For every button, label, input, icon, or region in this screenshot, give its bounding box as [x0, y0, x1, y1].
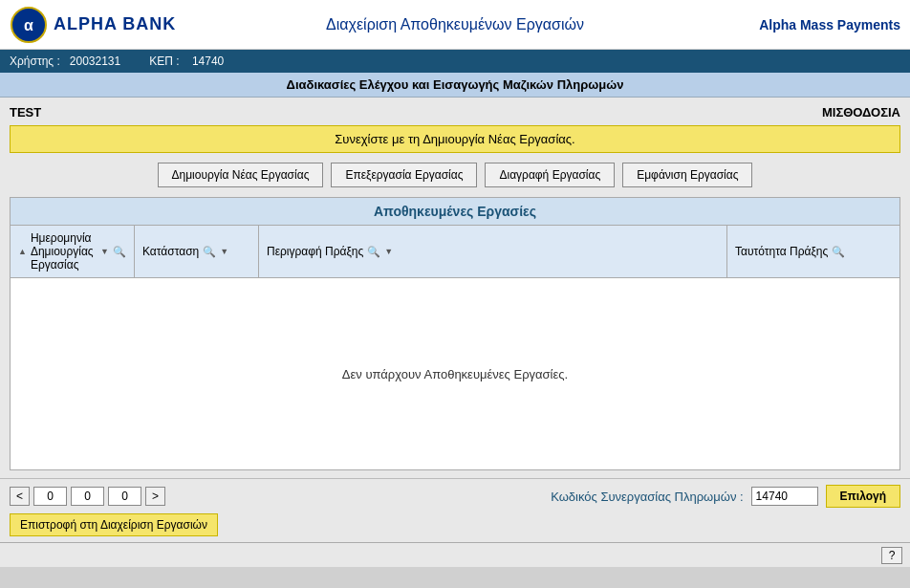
col-desc-text: Περιγραφή Πράξης — [267, 245, 363, 258]
logo-text: ALPHA BANK — [54, 14, 176, 34]
header-right-text: Alpha Mass Payments — [709, 17, 900, 33]
view-button[interactable]: Εμφάνιση Εργασίας — [622, 163, 752, 187]
page-input-3[interactable] — [108, 487, 141, 506]
table-column-headers: ▲ Ημερομηνία Δημιουργίας Εργασίας ▼ 🔍 Κα… — [11, 226, 899, 278]
content-top-row: TEST ΜΙΣΘΟΔΟΣΙΑ — [10, 105, 900, 120]
misthodosia-label: ΜΙΣΘΟΔΟΣΙΑ — [822, 105, 900, 120]
search-icon-status[interactable]: 🔍 — [203, 246, 216, 258]
delete-button[interactable]: Διαγραφή Εργασίας — [485, 163, 615, 187]
alpha-bank-logo-icon: α — [10, 6, 48, 44]
page-input-1[interactable] — [33, 487, 67, 506]
content-area: TEST ΜΙΣΘΟΔΟΣΙΑ Συνεχίστε με τη Δημιουργ… — [0, 98, 910, 478]
col-date-text: Ημερομηνία Δημιουργίας Εργασίας — [31, 231, 97, 272]
action-buttons-row: Δημιουργία Νέας Εργασίας Επεξεργασία Εργ… — [10, 163, 900, 187]
sort-icon-date-desc[interactable]: ▼ — [100, 247, 109, 256]
header-title: Διαχείριση Αποθηκευμένων Εργασιών — [201, 16, 709, 33]
notification-bar: Συνεχίστε με τη Δημιουργία Νέας Εργασίας… — [10, 125, 900, 153]
page-header: α ALPHA BANK Διαχείριση Αποθηκευμένων Ερ… — [0, 0, 910, 50]
test-label: TEST — [10, 105, 41, 120]
table-section: Αποθηκευμένες Εργασίες ▲ Ημερομηνία Δημι… — [10, 197, 900, 470]
search-icon-date[interactable]: 🔍 — [113, 246, 126, 258]
bottom-bar: ? — [0, 542, 910, 567]
kep-section: Κωδικός Συνεργασίας Πληρωμών : Επιλογή — [551, 485, 900, 508]
title-bar: Διαδικασίες Ελέγχου και Εισαγωγής Μαζικώ… — [0, 73, 910, 98]
back-button[interactable]: Επιστροφή στη Διαχείριση Εργασιών — [10, 513, 218, 536]
svg-text:α: α — [24, 17, 33, 33]
col-status-text: Κατάσταση — [142, 245, 199, 258]
logo-area: α ALPHA BANK — [10, 6, 201, 44]
page-next-button[interactable]: > — [145, 487, 165, 506]
kep-footer-label: Κωδικός Συνεργασίας Πληρωμών : — [551, 490, 743, 504]
table-body: Δεν υπάρχουν Αποθηκευμένες Εργασίες. — [11, 278, 899, 469]
kep-nav-label: ΚΕΠ : 14740 — [149, 54, 224, 68]
page-prev-button[interactable]: < — [10, 487, 30, 506]
back-button-row: Επιστροφή στη Διαχείριση Εργασιών — [10, 513, 900, 536]
kep-footer-input[interactable] — [751, 487, 818, 506]
pagination: < > — [10, 487, 165, 506]
footer: < > Κωδικός Συνεργασίας Πληρωμών : Επιλο… — [0, 478, 910, 542]
col-id-text: Ταυτότητα Πράξης — [735, 245, 828, 258]
create-button[interactable]: Δημιουργία Νέας Εργασίας — [158, 163, 324, 187]
sort-icon-status[interactable]: ▼ — [220, 247, 228, 256]
kep-nav-value: 14740 — [192, 54, 224, 68]
table-title: Αποθηκευμένες Εργασίες — [11, 198, 899, 226]
sort-icon-desc[interactable]: ▼ — [384, 247, 393, 256]
nav-bar: Χρήστης : 20032131 ΚΕΠ : 14740 — [0, 50, 910, 73]
page-input-2[interactable] — [71, 487, 104, 506]
user-value: 20032131 — [70, 54, 120, 68]
user-label: Χρήστης : 20032131 — [10, 54, 120, 68]
col-header-date: ▲ Ημερομηνία Δημιουργίας Εργασίας ▼ 🔍 — [11, 226, 135, 277]
col-header-status: Κατάσταση 🔍 ▼ — [135, 226, 259, 277]
footer-row1: < > Κωδικός Συνεργασίας Πληρωμών : Επιλο… — [10, 485, 900, 508]
epilogi-button[interactable]: Επιλογή — [826, 485, 900, 508]
col-header-id: Ταυτότητα Πράξης 🔍 — [727, 226, 899, 277]
sort-icon-date-asc[interactable]: ▲ — [18, 247, 27, 256]
empty-message: Δεν υπάρχουν Αποθηκευμένες Εργασίες. — [342, 367, 568, 381]
col-header-desc: Περιγραφή Πράξης 🔍 ▼ — [259, 226, 727, 277]
search-icon-id[interactable]: 🔍 — [832, 246, 845, 258]
edit-button[interactable]: Επεξεργασία Εργασίας — [331, 163, 477, 187]
help-button[interactable]: ? — [881, 547, 902, 564]
search-icon-desc[interactable]: 🔍 — [367, 246, 380, 258]
notification-text: Συνεχίστε με τη Δημιουργία Νέας Εργασίας… — [335, 132, 574, 146]
